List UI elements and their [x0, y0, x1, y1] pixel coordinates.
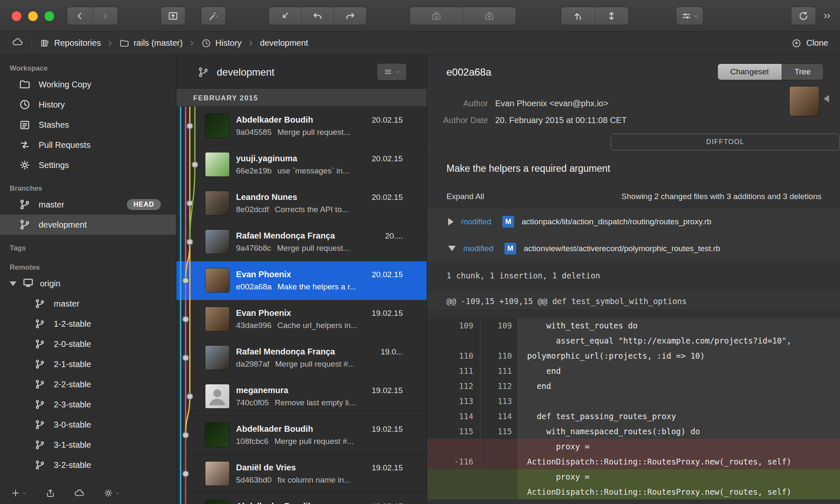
commit-button[interactable] — [161, 7, 185, 25]
forward-button[interactable] — [92, 7, 118, 25]
branch-icon — [34, 297, 46, 310]
commit-row[interactable]: Abdelkader Boudih 19.02.15 108fcbc6Merge… — [176, 416, 427, 454]
file-row[interactable]: modified M actionpack/lib/action_dispatc… — [427, 208, 840, 235]
accounts-cloud-icon[interactable] — [12, 36, 24, 50]
avatar — [205, 500, 229, 504]
toolbar-overflow-button[interactable] — [822, 10, 833, 23]
sidebar-remote-branch[interactable]: 2-0-stable — [0, 334, 176, 354]
sidebar-remote-branch[interactable]: 2-2-stable — [0, 374, 176, 394]
commit-row[interactable]: Leandro Nunes 20.02.15 8e02dcdfCorrects … — [176, 184, 427, 223]
cloud-button[interactable] — [74, 488, 85, 499]
sidebar-remote-branch[interactable]: 1-2-stable — [0, 314, 176, 334]
wand-button[interactable] — [201, 7, 226, 25]
breadcrumb-repo[interactable]: rails (master) — [119, 38, 183, 48]
minimize-window-button[interactable] — [28, 11, 38, 21]
commit-row-selected[interactable]: Evan Phoenix 20.02.15 e002a68aMake the h… — [176, 261, 427, 300]
chevron-left-icon — [75, 11, 85, 21]
triangle-left-icon[interactable] — [824, 95, 829, 102]
person-silhouette-icon — [205, 384, 229, 408]
commit-date: 19.02.15 — [368, 502, 403, 504]
back-button[interactable] — [67, 7, 92, 25]
commit-author: Rafael Mendonça França — [236, 231, 335, 241]
diff-line: 115115 with_namespaced_routes(:blog) do — [427, 424, 840, 439]
difftool-button[interactable]: DIFFTOOL — [611, 134, 840, 150]
commit-row[interactable]: Abdelkader Boudih 19.02.15 — [176, 493, 427, 504]
default-avatar — [205, 384, 229, 408]
commit-hash: 8e02dcdf — [236, 205, 269, 214]
merge-button[interactable] — [269, 7, 301, 25]
tab-changeset[interactable]: Changeset — [718, 64, 782, 80]
diff-line: 109109 with_test_routes do — [427, 318, 840, 333]
sidebar-item-stashes[interactable]: Stashes — [0, 115, 176, 135]
magic-wand-icon — [208, 10, 219, 21]
diff-view: 109109 with_test_routes do assert_equal … — [427, 318, 840, 504]
sidebar-remote-branch[interactable]: 3-2-stable — [0, 455, 176, 475]
sidebar-item-label: 3-2-stable — [54, 460, 91, 470]
sidebar-item-working-copy[interactable]: Working Copy — [0, 74, 176, 94]
avatar — [205, 191, 229, 215]
disclosure-triangle-icon[interactable] — [448, 218, 454, 226]
commit-row[interactable]: Daniël de Vries 19.02.15 5d463bd0fix col… — [176, 454, 427, 493]
push-button[interactable] — [561, 7, 595, 25]
commit-date: 19.02.15 — [368, 386, 403, 395]
expand-all-button[interactable]: Expand All — [446, 192, 484, 201]
gear-icon — [18, 159, 31, 171]
avatar — [205, 346, 229, 370]
commit-row[interactable]: Rafael Mendonça França 20.... 9a476b8cMe… — [176, 223, 427, 261]
breadcrumb-branch[interactable]: development — [260, 38, 308, 48]
sidebar-remote-branch[interactable]: 3-1-stable — [0, 435, 176, 455]
clone-button[interactable]: Clone — [791, 38, 828, 49]
disclosure-triangle-icon[interactable] — [448, 246, 456, 251]
file-row[interactable]: modified M actionview/test/activerecord/… — [427, 235, 840, 262]
avatar — [205, 152, 229, 176]
avatar — [205, 423, 229, 447]
commit-row[interactable]: yuuji.yaginuma 20.02.15 66e2e19buse `mes… — [176, 145, 427, 184]
unstash-button[interactable] — [463, 7, 516, 25]
sidebar-item-settings[interactable]: Settings — [0, 155, 176, 175]
breadcrumb-history[interactable]: History — [201, 38, 242, 48]
commit-icon — [168, 10, 178, 21]
refresh-button[interactable] — [791, 7, 816, 25]
avatar — [205, 307, 229, 331]
stash-button[interactable] — [410, 7, 463, 25]
commit-row[interactable]: Evan Phoenix 19.02.15 43dae996Cache url_… — [176, 300, 427, 339]
zoom-window-button[interactable] — [45, 11, 54, 21]
sidebar-remote-branch[interactable]: 2-1-stable — [0, 354, 176, 374]
sidebar-item-label: master — [54, 299, 79, 309]
sidebar-remote-branch[interactable]: master — [0, 294, 176, 314]
undo-button[interactable] — [301, 7, 334, 25]
sidebar-branch-development[interactable]: development — [0, 215, 176, 235]
diff-line-addition: proxy = — [427, 469, 840, 484]
sidebar-item-label: Stashes — [39, 120, 69, 130]
commit-author: Evan Phoenix — [236, 308, 291, 318]
filter-button[interactable] — [676, 7, 703, 25]
sidebar-item-pull-requests[interactable]: Pull Requests — [0, 135, 176, 155]
close-window-button[interactable] — [12, 11, 21, 21]
breadcrumb-repositories[interactable]: Repositories — [40, 38, 101, 48]
commit-row[interactable]: Abdelkader Boudih 20.02.15 9a045585Merge… — [176, 107, 427, 145]
commit-row[interactable]: meganemura 19.02.15 740c0f05Remove last … — [176, 377, 427, 416]
chevron-down-icon — [693, 13, 698, 18]
sidebar-branch-master[interactable]: master HEAD — [0, 194, 176, 215]
commit-date: 19.02.15 — [368, 309, 403, 318]
sidebar-item-history[interactable]: History — [0, 94, 176, 115]
disclosure-triangle-icon[interactable] — [10, 281, 16, 286]
log-view-options-button[interactable] — [377, 63, 407, 80]
share-button[interactable] — [45, 488, 55, 498]
add-button[interactable] — [10, 488, 27, 498]
avatar — [205, 462, 229, 486]
changed-files-summary: Showing 2 changed files with 3 additions… — [622, 192, 822, 201]
commit-row[interactable]: Rafael Mendonça França 19.0... da2987afM… — [176, 339, 427, 377]
sidebar-item-label: Pull Requests — [39, 140, 90, 150]
sidebar-remote-branch[interactable]: 2-3-stable — [0, 394, 176, 415]
repo-settings-button[interactable] — [103, 488, 120, 498]
sidebar-remote-branch[interactable]: 3-0-stable — [0, 415, 176, 435]
tab-tree[interactable]: Tree — [782, 64, 823, 80]
author-date-label: Author Date — [427, 116, 488, 125]
files-header: Expand All Showing 2 changed files with … — [446, 192, 822, 208]
chevron-right-icon — [247, 39, 255, 47]
redo-button[interactable] — [333, 7, 366, 25]
pull-button[interactable] — [595, 7, 629, 25]
clone-icon — [791, 38, 802, 49]
sidebar-remote-origin[interactable]: origin — [0, 273, 176, 294]
